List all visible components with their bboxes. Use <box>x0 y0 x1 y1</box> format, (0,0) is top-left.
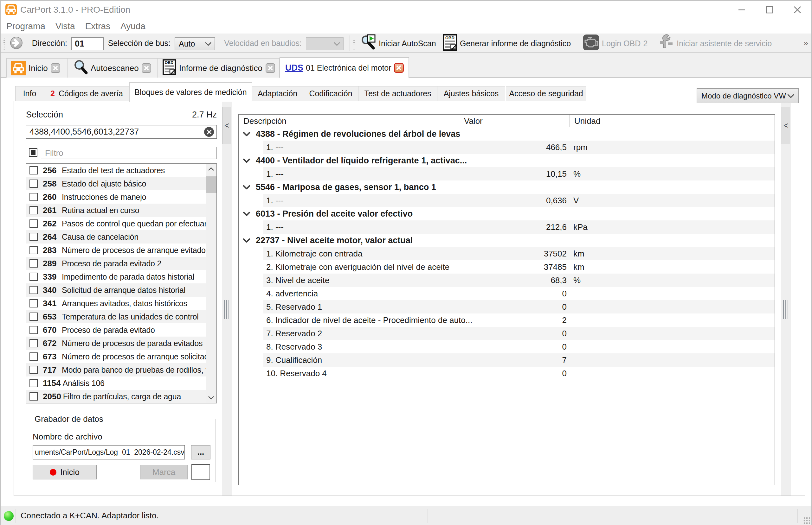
measurement-row[interactable]: 1. --- 212,6 kPa <box>239 220 774 234</box>
subtab-adaptacion[interactable]: Adaptación <box>252 86 303 101</box>
list-item-checkbox[interactable] <box>29 313 38 321</box>
mark-input[interactable] <box>191 464 210 480</box>
measurement-row[interactable]: 1. --- 466,5 rpm <box>239 140 774 154</box>
group-header-row[interactable]: 22737 - Nivel aceite motor, valor actual <box>239 234 774 247</box>
list-item[interactable]: 258Estado del ajuste básico <box>26 177 206 190</box>
selection-input[interactable]: 4388,4400,5546,6013,22737 <box>26 125 217 139</box>
list-item-checkbox[interactable] <box>29 259 38 268</box>
chevron-down-icon[interactable] <box>243 127 250 140</box>
menu-programa[interactable]: Programa <box>1 21 50 31</box>
collapse-left-button[interactable]: < <box>222 107 231 144</box>
list-item[interactable]: 341Arranques avitados, datos históricos <box>26 297 206 310</box>
list-item[interactable]: 1154Análisis 106 <box>26 376 206 390</box>
subtab-bloques[interactable]: Bloques de valores de medición <box>129 82 252 102</box>
minimize-button[interactable] <box>728 1 756 19</box>
list-item[interactable]: 264Causa de cancelación <box>26 230 206 243</box>
filter-input[interactable]: Filtro <box>41 147 217 159</box>
close-button[interactable] <box>783 1 811 19</box>
chevron-down-icon[interactable] <box>243 154 250 167</box>
right-splitter[interactable]: < <box>781 101 791 496</box>
clear-selection-icon[interactable] <box>204 127 214 137</box>
measurement-row[interactable]: 8. Reservado 3 0 <box>239 340 774 354</box>
tab-informe-close-icon[interactable] <box>265 63 275 73</box>
bus-select[interactable]: Auto <box>175 38 215 50</box>
tab-autoescaneo-close-icon[interactable] <box>142 63 151 73</box>
left-splitter[interactable]: < <box>222 101 232 496</box>
autoscan-button[interactable]: Iniciar AutoScan <box>361 34 436 53</box>
chevron-down-icon[interactable] <box>243 207 250 220</box>
list-item[interactable]: 283Número de procesos de arranque evitad… <box>26 243 206 257</box>
diagnostic-mode-select[interactable]: Modo de diagnóstico VW <box>697 88 799 103</box>
list-item-checkbox[interactable] <box>29 193 38 201</box>
group-header-row[interactable]: 4400 - Ventilador del líquido refrigeran… <box>239 154 774 167</box>
column-descripcion[interactable]: Descripción <box>239 115 459 127</box>
measurement-row[interactable]: 1. --- 0,636 V <box>239 194 774 207</box>
list-item[interactable]: 2050Filtro de partículas, carga de agua <box>26 390 206 403</box>
column-unidad[interactable]: Unidad <box>569 115 774 127</box>
group-header-row[interactable]: 6013 - Presión del aceite valor efectivo <box>239 207 774 220</box>
list-item[interactable]: 261Rutina actual en curso <box>26 204 206 217</box>
toolbar-overflow-button[interactable]: » <box>803 34 808 53</box>
address-input[interactable]: 01 <box>71 38 104 50</box>
splitter-handle[interactable] <box>783 300 788 319</box>
scroll-down-icon[interactable] <box>206 392 216 403</box>
measurement-row[interactable]: 1. Kilometraje con entrada 37502 km <box>239 247 774 260</box>
list-item-checkbox[interactable] <box>29 392 38 401</box>
tab-uds-electronica[interactable]: UDS 01 Electrónica del motor <box>279 57 409 78</box>
list-item[interactable]: 340Solicitud de arranque datos historial <box>26 283 206 297</box>
scroll-up-icon[interactable] <box>206 164 216 175</box>
group-header-row[interactable]: 4388 - Régimen de revoluciones del árbol… <box>239 127 774 140</box>
list-item[interactable]: 653Temperatura de las unidades de contro… <box>26 310 206 323</box>
measurement-row[interactable]: 3. Nivel de aceite 68,3 % <box>239 274 774 287</box>
list-item-checkbox[interactable] <box>29 233 38 241</box>
measurement-row[interactable]: 10. Reservado 4 0 <box>239 367 774 380</box>
measurement-row[interactable]: 4. advertencia 0 <box>239 287 774 300</box>
measurement-row[interactable]: 1. --- 10,15 % <box>239 167 774 180</box>
subtab-codificacion[interactable]: Codificación <box>303 86 359 101</box>
list-item-checkbox[interactable] <box>29 339 38 347</box>
tab-informe[interactable]: OBD Informe de diagnóstico <box>157 58 279 78</box>
list-scrollbar[interactable] <box>206 164 216 403</box>
measurement-row[interactable]: 5. Reservado 1 0 <box>239 300 774 314</box>
list-item-checkbox[interactable] <box>29 273 38 281</box>
column-valor[interactable]: Valor <box>459 115 569 127</box>
list-item-checkbox[interactable] <box>29 166 38 175</box>
maximize-button[interactable] <box>756 1 783 19</box>
measurement-list[interactable]: 256Estado del test de actuadores258Estad… <box>26 163 217 403</box>
list-item-checkbox[interactable] <box>29 366 38 374</box>
subtab-codigos[interactable]: 2 Códigos de avería <box>44 86 130 101</box>
menu-extras[interactable]: Extras <box>80 21 115 31</box>
list-item-checkbox[interactable] <box>29 180 38 188</box>
collapse-right-button[interactable]: < <box>782 107 790 144</box>
group-header-row[interactable]: 5546 - Mariposa de gases, sensor 1, banc… <box>239 180 774 194</box>
browse-button[interactable]: ... <box>191 445 211 460</box>
list-item-checkbox[interactable] <box>29 299 38 308</box>
list-item[interactable]: 673Número de procesos de arranque solici… <box>26 350 206 363</box>
splitter-handle[interactable] <box>224 300 230 319</box>
filter-checkbox[interactable] <box>29 148 38 157</box>
list-item-checkbox[interactable] <box>29 326 38 334</box>
list-item[interactable]: 260Instrucciones de manejo <box>26 190 206 204</box>
list-item-checkbox[interactable] <box>29 206 38 214</box>
record-start-button[interactable]: Inicio <box>33 465 97 479</box>
list-item[interactable]: 717Modo para banco de pruebas de rodillo… <box>26 363 206 376</box>
list-item-checkbox[interactable] <box>29 379 38 387</box>
resize-grip[interactable] <box>803 517 810 524</box>
list-item[interactable]: 289Proceso de parada evitado 2 <box>26 257 206 270</box>
measurement-row[interactable]: 7. Reservado 2 0 <box>239 327 774 340</box>
list-item-checkbox[interactable] <box>29 352 38 361</box>
list-item-checkbox[interactable] <box>29 220 38 228</box>
measurement-row[interactable]: 9. Cualificación 7 <box>239 354 774 367</box>
toolbar-grip[interactable] <box>3 37 5 50</box>
subtab-ajustes[interactable]: Ajustes básicos <box>437 86 505 101</box>
tab-uds-close-icon[interactable] <box>394 63 404 73</box>
subtab-acceso[interactable]: Acceso de seguridad <box>506 86 586 101</box>
list-item[interactable]: 262Pasos de control que quedan por efect… <box>26 217 206 230</box>
tab-autoescaneo[interactable]: Autoescaneo <box>68 58 157 78</box>
menu-ayuda[interactable]: Ayuda <box>115 21 150 31</box>
list-item[interactable]: 256Estado del test de actuadores <box>26 164 206 177</box>
subtab-test-actuadores[interactable]: Test de actuadores <box>358 86 437 101</box>
list-item-checkbox[interactable] <box>29 246 38 254</box>
list-item-checkbox[interactable] <box>29 286 38 294</box>
tab-inicio[interactable]: Inicio <box>6 58 68 78</box>
